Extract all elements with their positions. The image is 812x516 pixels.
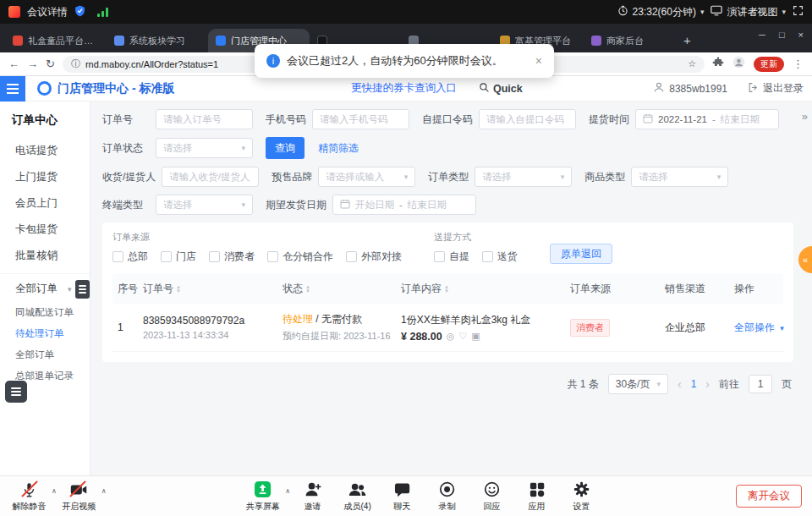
checkbox-icon	[346, 251, 357, 262]
pay-info: / 无需付款	[315, 313, 362, 325]
checkbox-delivery[interactable]: 送货	[482, 250, 518, 264]
floating-list-button[interactable]	[5, 381, 27, 403]
goto-page-input[interactable]	[749, 375, 772, 393]
col-status[interactable]: 状态▲▼	[277, 274, 396, 304]
sidebar-item-city-delivery-orders[interactable]: 同城配送订单	[0, 302, 90, 323]
pickup-code-input[interactable]	[479, 109, 576, 129]
toast-close-icon[interactable]: ×	[535, 54, 542, 68]
back-icon[interactable]: ←	[8, 58, 19, 69]
coupon-query-link[interactable]: 更快捷的券卡查询入口	[351, 81, 457, 96]
extensions-puzzle-icon[interactable]	[712, 57, 724, 72]
window-close-icon[interactable]: ×	[798, 30, 804, 40]
sidebar-item-member-visit[interactable]: 会员上门	[0, 190, 90, 217]
camera-options-chevron-icon[interactable]: ∧	[102, 487, 107, 495]
brand-wrap: 门店管理中心 - 标准版	[37, 81, 174, 96]
col-content[interactable]: 订单内容▲▼	[396, 274, 565, 304]
leave-meeting-button[interactable]: 离开会议	[736, 485, 802, 508]
sidebar-item-phone-pickup[interactable]: 电话提货	[0, 138, 90, 164]
browser-update-badge[interactable]: 更新	[754, 57, 784, 72]
original-order-return-button[interactable]: 原单退回	[550, 244, 612, 264]
tab-title: 商家后台	[606, 35, 644, 47]
bookmark-star-icon[interactable]: ☆	[688, 58, 696, 69]
pickup-date-range[interactable]: 2022-11-21 - 结束日期	[635, 109, 779, 129]
receiver-input[interactable]	[162, 167, 259, 187]
sort-icon[interactable]: ▲▼	[305, 285, 310, 294]
share-screen-button[interactable]: 共享屏幕	[240, 480, 285, 513]
forward-icon[interactable]: →	[27, 58, 38, 69]
browser-tab-7[interactable]: 商家后台	[584, 29, 675, 52]
record-button[interactable]: 录制	[425, 480, 469, 513]
next-page-icon[interactable]: ›	[705, 377, 710, 391]
members-button[interactable]: 成员(4)	[335, 480, 380, 513]
checkbox-hq[interactable]: 总部	[112, 250, 148, 264]
meeting-details-button[interactable]: 会议详情	[27, 5, 68, 19]
fullscreen-button[interactable]	[793, 5, 804, 19]
meeting-toast: i 会议已超过2人，自动转为60分钟限时会议。 ×	[255, 44, 554, 78]
logout-button[interactable]: 退出登录	[748, 81, 804, 96]
presale-brand-select[interactable]: 请选择或输入 ▾	[318, 167, 415, 187]
toast-text: 会议已超过2人，自动转为60分钟限时会议。	[287, 53, 503, 69]
user-account[interactable]: 8385wb1991	[653, 81, 727, 96]
window-minimize-icon[interactable]: ─	[759, 30, 765, 40]
search-button[interactable]: 查询	[266, 137, 304, 159]
unmute-button[interactable]: 解除静音	[7, 480, 52, 513]
checkbox-external[interactable]: 外部对接	[346, 250, 402, 264]
prev-page-icon[interactable]: ‹	[678, 377, 682, 391]
sort-icon[interactable]: ▲▼	[444, 285, 449, 294]
cell-index: 1	[112, 304, 138, 352]
pickup-code-label: 自提口令码	[422, 113, 473, 127]
sort-icon[interactable]: ▲▼	[176, 285, 181, 294]
settings-button[interactable]: 设置	[559, 480, 604, 513]
reactions-label: 回应	[484, 501, 501, 513]
new-tab-button[interactable]: +	[683, 33, 691, 47]
start-video-button[interactable]: 开启视频	[57, 480, 102, 513]
browser-profile-avatar[interactable]	[732, 56, 745, 72]
order-status-select[interactable]: 请选择 ▾	[156, 138, 253, 158]
source-tag: 消费者	[570, 319, 610, 337]
checkbox-consumer[interactable]: 消费者	[209, 250, 255, 264]
page-size-select[interactable]: 30条/页 ▾	[608, 374, 668, 394]
checkbox-store[interactable]: 门店	[161, 250, 196, 264]
terminal-type-select[interactable]: 请选择 ▾	[156, 195, 253, 215]
goods-type-select[interactable]: 请选择 ▾	[631, 167, 728, 187]
apps-button[interactable]: 应用	[514, 480, 559, 513]
checkbox-icon	[434, 251, 445, 262]
sidebar-item-batch-verify[interactable]: 批量核销	[0, 243, 90, 269]
col-order-no[interactable]: 订单号▲▼	[138, 274, 277, 304]
clock-icon	[617, 5, 628, 19]
tab-favicon	[13, 36, 23, 46]
expect-ship-date-range[interactable]: 开始日期 - 结束日期	[332, 195, 476, 215]
sidebar-item-card-pickup[interactable]: 卡包提货	[0, 217, 90, 243]
current-page[interactable]: 1	[691, 378, 697, 390]
reload-icon[interactable]: ↻	[46, 58, 55, 69]
invite-button[interactable]: 邀请	[290, 480, 335, 513]
header-center: 更快捷的券卡查询入口 Quick	[351, 81, 523, 96]
order-source-title: 订单来源	[112, 231, 402, 244]
meeting-timer-label: 23:32(60分钟)	[633, 5, 696, 19]
simple-filter-link[interactable]: 精简筛选	[318, 141, 359, 156]
chat-button[interactable]: 聊天	[380, 480, 425, 513]
pickup-end-date-placeholder: 结束日期	[721, 113, 760, 126]
site-info-icon[interactable]: ⓘ	[71, 58, 80, 70]
checkbox-self-pickup[interactable]: 自提	[434, 250, 469, 264]
sidebar-item-pending-orders[interactable]: 待处理订单	[0, 323, 90, 344]
browser-tab-1[interactable]: 礼盒童品平台管理中心	[5, 29, 107, 52]
phone-input[interactable]	[312, 109, 409, 129]
browser-tab-2[interactable]: 系统板块学习	[107, 29, 208, 52]
meeting-timer[interactable]: 23:32(60分钟) ▾	[617, 5, 705, 19]
chevron-down-icon: ▾	[656, 380, 661, 388]
quick-search[interactable]: Quick	[479, 82, 523, 96]
sidebar-item-all-orders[interactable]: 全部订单	[0, 344, 90, 365]
reactions-button[interactable]: 回应	[469, 480, 514, 513]
checkbox-warehouse-coop[interactable]: 仓分销合作	[267, 250, 333, 264]
sidebar-collapse-handle[interactable]	[75, 280, 90, 299]
order-type-select[interactable]: 请选择 ▾	[475, 167, 572, 187]
row-action-dropdown[interactable]: 全部操作 ▾	[734, 321, 784, 333]
window-maximize-icon[interactable]: □	[779, 30, 785, 40]
sidebar-item-door-pickup[interactable]: 上门提货	[0, 164, 90, 190]
view-mode-switcher[interactable]: 演讲者视图 ▾	[710, 5, 786, 19]
order-no-input[interactable]	[156, 109, 253, 129]
browser-menu-icon[interactable]: ⋮	[793, 58, 804, 69]
menu-hamburger-button[interactable]	[0, 76, 25, 102]
filter-collapse-icon[interactable]: »	[802, 110, 807, 123]
